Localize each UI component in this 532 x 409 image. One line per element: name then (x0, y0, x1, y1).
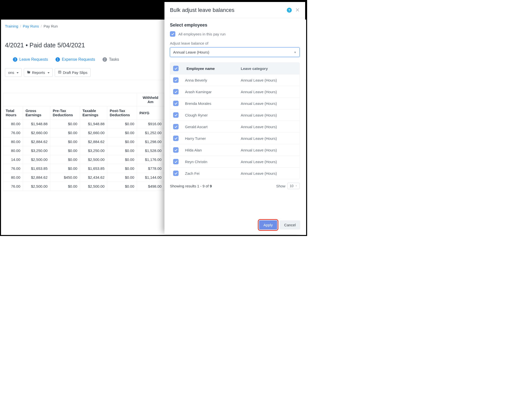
breadcrumb-current: Pay Run (44, 24, 58, 28)
badge-tasks: 2 (103, 57, 107, 62)
payrun-table: Withheld Am Total HoursGross EarningsPre… (3, 93, 164, 191)
employee-category: Annual Leave (Hours) (241, 160, 296, 164)
employee-category: Annual Leave (Hours) (241, 113, 296, 117)
employee-checkbox[interactable] (173, 147, 179, 153)
employee-checkbox[interactable] (173, 112, 179, 118)
leave-balance-select[interactable]: Annual Leave (Hours) ▼ (170, 47, 300, 57)
employee-name: Hilda Alan (185, 148, 241, 152)
table-row[interactable]: 76.00$2,660.00$0.00$2,660.00$0.00$1,252.… (3, 128, 164, 137)
employee-name: Arash Kamingar (185, 90, 241, 94)
page-size-select[interactable]: 10 (287, 183, 300, 189)
select-employees-title: Select employees (170, 23, 300, 28)
employee-checkbox[interactable] (173, 101, 179, 106)
employee-category: Annual Leave (Hours) (241, 148, 296, 152)
col-header: Post-Tax Deductions (107, 106, 137, 119)
results-text: Showing results 1 - 9 of 9 (170, 184, 212, 188)
badge-expense: 1 (55, 57, 60, 62)
col-header: Gross Earnings (23, 106, 50, 119)
employee-category: Annual Leave (Hours) (241, 171, 296, 175)
col-employee-name: Employee name (185, 66, 241, 71)
employee-row[interactable]: Anna BeverlyAnnual Leave (Hours) (170, 74, 299, 86)
employee-row[interactable]: Gerald AscartAnnual Leave (Hours) (170, 121, 299, 133)
employee-category: Annual Leave (Hours) (241, 136, 296, 141)
employee-name: Clough Ryner (185, 113, 241, 117)
cancel-button[interactable]: Cancel (280, 220, 300, 230)
employee-row[interactable]: Brenda MoralesAnnual Leave (Hours) (170, 98, 299, 109)
employee-name: Anna Beverly (185, 78, 241, 82)
employee-name: Harry Turner (185, 136, 241, 141)
employee-name: Reyn Christin (185, 160, 241, 164)
chevron-down-icon (295, 185, 297, 187)
breadcrumb-training[interactable]: Training (5, 24, 18, 28)
employee-name: Brenda Morales (185, 101, 241, 106)
employee-row[interactable]: Zach FeiAnnual Leave (Hours) (170, 168, 299, 179)
employee-category: Annual Leave (Hours) (241, 78, 296, 82)
employee-category: Annual Leave (Hours) (241, 90, 296, 94)
col-header: Total Hours (3, 106, 23, 119)
table-row[interactable]: 76.00$2,500.00$0.00$2,500.00$0.00$498.00 (3, 182, 164, 191)
employee-table: Employee name Leave category Anna Beverl… (170, 62, 300, 179)
ons-button[interactable]: ons (5, 68, 22, 77)
table-row[interactable]: 80.00$3,250.00$0.00$3,250.00$0.00$1,528.… (3, 146, 164, 155)
employee-row[interactable]: Clough RynerAnnual Leave (Hours) (170, 109, 299, 121)
employee-row[interactable]: Arash KamingarAnnual Leave (Hours) (170, 86, 299, 98)
employee-checkbox[interactable] (173, 89, 179, 94)
table-row[interactable]: 76.00$1,653.85$0.00$1,653.85$0.00$778.00 (3, 164, 164, 173)
table-row[interactable]: 80.00$2,884.62$0.00$2,884.62$0.00$1,298.… (3, 137, 164, 146)
employee-row[interactable]: Harry TurnerAnnual Leave (Hours) (170, 133, 299, 144)
employee-row[interactable]: Hilda AlanAnnual Leave (Hours) (170, 144, 299, 156)
col-header: PAYG (137, 106, 164, 119)
document-icon (58, 70, 61, 75)
table-row[interactable]: 80.00$2,884.62$450.00$2,434.62$0.00$1,14… (3, 173, 164, 182)
folder-icon (27, 70, 30, 75)
breadcrumb-payruns[interactable]: Pay Runs (23, 24, 39, 28)
chevron-down-icon: ▼ (294, 51, 296, 54)
help-icon[interactable]: ? (287, 8, 292, 13)
bulk-adjust-panel: Bulk adjust leave balances ? ✕ Select em… (164, 2, 305, 234)
employee-checkbox[interactable] (173, 77, 179, 83)
table-row[interactable]: 14.00$2,500.00$0.00$2,500.00$0.00$1,176.… (3, 155, 164, 164)
select-all-checkbox[interactable] (173, 66, 179, 71)
adjust-balance-label: Adjust leave balance of (170, 41, 300, 45)
col-leave-category: Leave category (241, 66, 296, 71)
draft-pay-slips-button[interactable]: Draft Pay Slips (55, 68, 91, 77)
table-row[interactable]: 80.00$1,948.88$0.00$1,948.88$0.00$916.00 (3, 119, 164, 128)
employee-checkbox[interactable] (173, 124, 179, 129)
reports-button[interactable]: Reports (24, 68, 53, 77)
tab-expense-requests[interactable]: 1 Expense Requests (55, 57, 95, 62)
close-icon[interactable]: ✕ (295, 7, 300, 13)
employee-checkbox[interactable] (173, 159, 179, 164)
all-employees-label: All employees in this pay run (178, 32, 226, 36)
employee-row[interactable]: Reyn ChristinAnnual Leave (Hours) (170, 156, 299, 168)
tab-tasks[interactable]: 2 Tasks (103, 57, 119, 62)
employee-name: Gerald Ascart (185, 125, 241, 129)
tab-leave-requests[interactable]: 3 Leave Requests (13, 57, 48, 62)
employee-checkbox[interactable] (173, 171, 179, 176)
badge-leave: 3 (13, 57, 17, 62)
employee-checkbox[interactable] (173, 136, 179, 141)
withheld-header: Withheld Am (137, 93, 164, 106)
employee-name: Zach Fei (185, 171, 241, 175)
employee-category: Annual Leave (Hours) (241, 125, 296, 129)
all-employees-checkbox[interactable] (170, 31, 175, 37)
employee-category: Annual Leave (Hours) (241, 101, 296, 106)
panel-title: Bulk adjust leave balances (170, 7, 235, 13)
apply-button[interactable]: Apply (259, 220, 277, 230)
col-header: Pre-Tax Deductions (50, 106, 80, 119)
col-header: Taxable Earnings (80, 106, 107, 119)
show-label: Show (276, 184, 286, 188)
